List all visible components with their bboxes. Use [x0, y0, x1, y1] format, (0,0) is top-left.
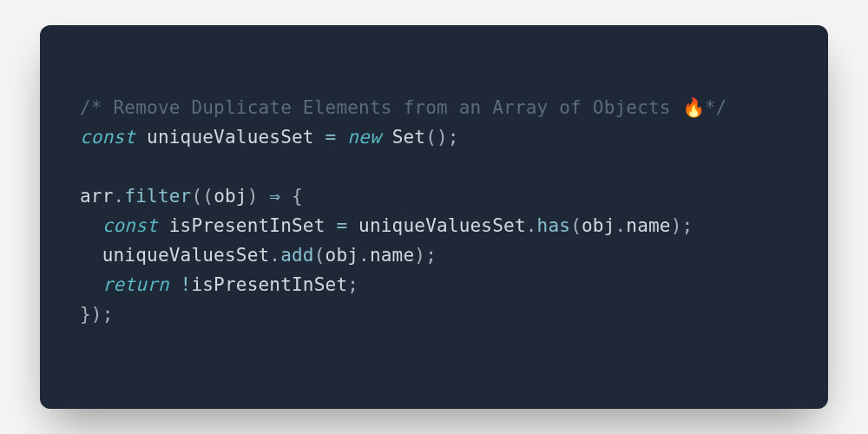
code-snippet-card: /* Remove Duplicate Elements from an Arr…	[40, 25, 828, 409]
identifier: obj	[326, 245, 359, 266]
identifier: uniqueValuesSet	[102, 245, 270, 266]
identifier: uniqueValuesSet	[147, 127, 314, 148]
identifier: arr	[80, 186, 114, 207]
punctuation: .	[269, 245, 280, 266]
comment-open: /*	[80, 97, 114, 118]
arrow-icon: ⇒	[269, 186, 280, 207]
identifier: isPresentInSet	[169, 215, 326, 236]
comment-text: Remove Duplicate Elements from an Array …	[114, 97, 682, 118]
punctuation: ((	[191, 186, 214, 207]
code-block: /* Remove Duplicate Elements from an Arr…	[80, 93, 788, 329]
punctuation: .	[114, 186, 125, 207]
punctuation: (	[570, 215, 582, 236]
punctuation: .	[526, 215, 537, 236]
punctuation: });	[80, 304, 114, 325]
class-name: Set	[392, 127, 426, 148]
keyword-return: return	[102, 274, 169, 295]
punctuation: )	[247, 186, 259, 207]
method-name: add	[280, 245, 314, 266]
operator-equals: =	[326, 127, 337, 148]
operator-equals: =	[336, 215, 347, 236]
punctuation: );	[671, 215, 694, 236]
identifier: name	[370, 245, 414, 266]
identifier: name	[626, 215, 670, 236]
method-name: filter	[124, 186, 191, 207]
keyword-new: new	[347, 127, 381, 148]
punctuation: ;	[347, 274, 358, 295]
punctuation: .	[358, 245, 370, 266]
punctuation: );	[414, 245, 437, 266]
keyword-const: const	[102, 215, 158, 236]
punctuation: (	[314, 245, 326, 266]
comment-close: */	[705, 97, 727, 118]
param: obj	[214, 186, 247, 207]
indent	[80, 274, 102, 295]
punctuation: {	[292, 186, 303, 207]
identifier: uniqueValuesSet	[358, 215, 526, 236]
fire-icon: 🔥	[682, 97, 705, 118]
indent	[80, 245, 102, 266]
method-name: has	[537, 215, 571, 236]
punctuation: ();	[425, 127, 459, 148]
identifier: obj	[582, 215, 615, 236]
operator-not: !	[181, 274, 192, 295]
indent	[80, 215, 102, 236]
punctuation: .	[615, 215, 627, 236]
identifier: isPresentInSet	[191, 274, 347, 295]
keyword-const: const	[80, 127, 135, 148]
